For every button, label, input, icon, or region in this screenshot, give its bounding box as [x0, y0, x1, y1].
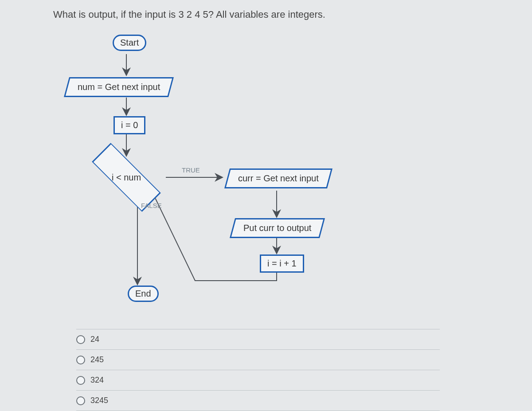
radio-icon[interactable]: [76, 396, 85, 405]
radio-icon[interactable]: [76, 356, 85, 364]
flow-node-end-label: End: [135, 289, 151, 299]
flow-node-num-input-label: num = Get next input: [78, 82, 160, 92]
flow-node-decision: i < num: [91, 155, 162, 200]
answer-option[interactable]: 3245: [76, 390, 440, 411]
answer-option[interactable]: 324: [76, 370, 440, 390]
flow-node-start: Start: [113, 35, 146, 51]
answer-options: 24 245 324 3245: [76, 329, 440, 411]
flow-node-output-curr: Put curr to output: [230, 218, 325, 238]
radio-icon[interactable]: [76, 376, 85, 385]
flow-node-num-input: num = Get next input: [64, 77, 174, 97]
question-text: What is output, if the input is 3 2 4 5?…: [53, 9, 325, 20]
flow-node-start-label: Start: [120, 38, 139, 48]
answer-option-label: 24: [90, 335, 440, 344]
flow-node-decision-label: i < num: [112, 172, 141, 183]
flow-node-i-zero-label: i = 0: [121, 120, 138, 130]
flow-node-increment-label: i = i + 1: [267, 258, 297, 269]
flow-node-end: End: [128, 286, 159, 302]
flow-node-curr-input-label: curr = Get next input: [238, 173, 319, 184]
edge-label-false: FALSE: [141, 202, 162, 209]
flow-node-i-zero: i = 0: [113, 116, 145, 134]
answer-option-label: 324: [90, 376, 440, 385]
edge-label-true: TRUE: [182, 166, 200, 174]
flow-connectors: [0, 0, 532, 328]
flow-node-output-curr-label: Put curr to output: [243, 223, 311, 233]
answer-option[interactable]: 245: [76, 349, 440, 370]
answer-option-label: 245: [90, 355, 440, 364]
answer-option[interactable]: 24: [76, 329, 440, 349]
flow-node-curr-input: curr = Get next input: [224, 168, 332, 188]
radio-icon[interactable]: [76, 335, 85, 344]
flow-node-increment: i = i + 1: [260, 254, 304, 273]
answer-option-label: 3245: [90, 396, 440, 405]
